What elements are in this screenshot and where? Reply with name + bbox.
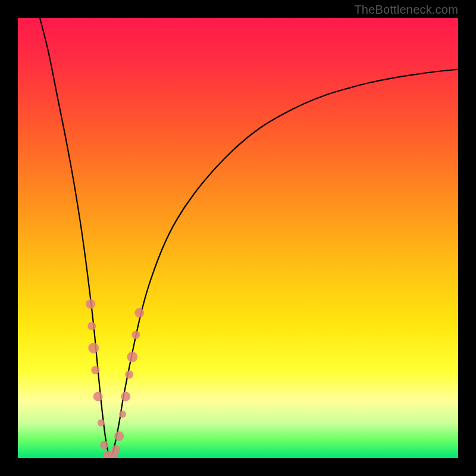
marker-point [91,366,99,374]
marker-point [100,441,108,449]
plot-area [18,18,458,458]
chart-svg [18,18,458,458]
marker-point [114,431,124,441]
marker-point [88,343,99,353]
marker-point [98,419,105,427]
marker-point [93,392,103,401]
marker-point [121,392,130,401]
marker-point [134,308,144,318]
marker-point [86,299,95,309]
marker-point [125,370,133,378]
watermark-text: TheBottleneck.com [354,3,458,17]
marker-point [119,411,126,418]
gradient-background [18,18,458,458]
marker-point [127,352,137,362]
marker-point [131,331,140,339]
marker-point [112,445,120,453]
chart-container: TheBottleneck.com [0,0,476,476]
marker-point [87,322,96,330]
